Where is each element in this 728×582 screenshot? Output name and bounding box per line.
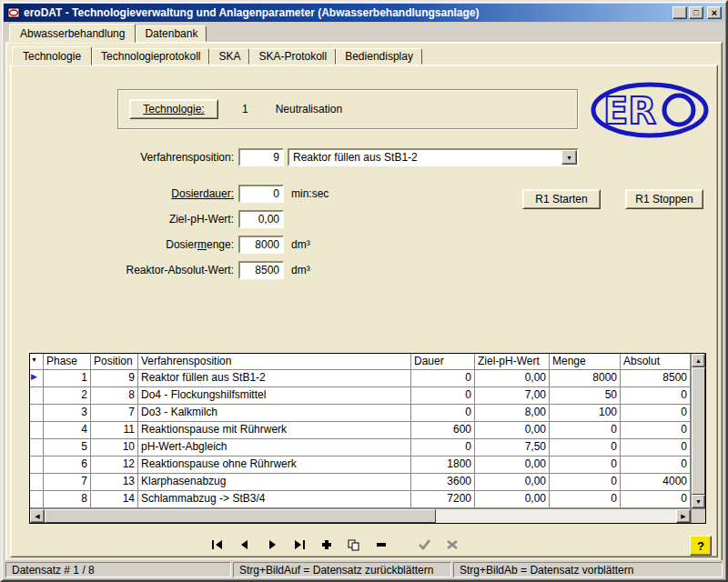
cell-phase[interactable]: 2 bbox=[44, 387, 91, 405]
cell-dauer[interactable]: 600 bbox=[411, 422, 475, 439]
cell-ziel-ph[interactable]: 7,50 bbox=[475, 439, 550, 457]
copy-record-button[interactable] bbox=[342, 537, 366, 553]
app-icon[interactable] bbox=[7, 6, 20, 19]
cell-absolut[interactable]: 0 bbox=[621, 422, 691, 439]
cell-absolut[interactable]: 0 bbox=[621, 387, 691, 405]
verfahrensposition-input[interactable]: 9 bbox=[238, 148, 284, 166]
cell-dauer[interactable]: 0 bbox=[411, 370, 475, 387]
cell-verfahrensposition[interactable]: Reaktor füllen aus StB1-2 bbox=[138, 370, 411, 387]
help-button[interactable]: ? bbox=[690, 536, 712, 556]
cell-menge[interactable]: 8000 bbox=[550, 370, 621, 387]
grid-vertical-scrollbar[interactable]: ▲ ▼ bbox=[691, 354, 705, 508]
combo-selected-value[interactable]: Reaktor füllen aus StB1-2 bbox=[289, 150, 561, 165]
cell-verfahrensposition[interactable]: Reaktionspause mit Rührwerk bbox=[138, 422, 411, 439]
scroll-left-button[interactable]: ◀ bbox=[30, 509, 45, 523]
row-selector[interactable] bbox=[30, 405, 44, 422]
cell-verfahrensposition[interactable]: Do3 - Kalkmilch bbox=[138, 405, 411, 422]
dosiermenge-input[interactable]: 8000 bbox=[238, 236, 284, 254]
cell-absolut[interactable]: 0 bbox=[621, 439, 691, 457]
maximize-button[interactable]: □ bbox=[689, 6, 703, 19]
prior-record-button[interactable] bbox=[233, 537, 257, 553]
last-record-button[interactable] bbox=[288, 537, 311, 553]
cell-menge[interactable]: 0 bbox=[550, 474, 621, 491]
tab-abwasserbehandlung[interactable]: Abwasserbehandlung bbox=[9, 24, 136, 43]
cell-menge[interactable]: 100 bbox=[550, 405, 621, 422]
close-button[interactable]: × bbox=[707, 6, 722, 19]
cell-position[interactable]: 12 bbox=[91, 457, 138, 474]
next-record-button[interactable] bbox=[260, 537, 284, 553]
column-header-position[interactable]: Position bbox=[91, 354, 138, 370]
row-selector[interactable] bbox=[30, 439, 44, 457]
cell-ziel-ph[interactable]: 0,00 bbox=[475, 370, 550, 387]
cell-menge[interactable]: 0 bbox=[550, 491, 621, 508]
cell-ziel-ph[interactable]: 0,00 bbox=[475, 474, 550, 491]
technologie-button[interactable]: Technologie: bbox=[129, 99, 218, 119]
table-row[interactable]: 5 10 pH-Wert-Abgleich 0 7,50 0 0 bbox=[30, 439, 691, 457]
cell-dauer[interactable]: 0 bbox=[411, 405, 475, 422]
cell-verfahrensposition[interactable]: Schlammabzug -> StB3/4 bbox=[138, 491, 411, 508]
verfahrensposition-combo[interactable]: Reaktor füllen aus StB1-2 ▼ bbox=[288, 148, 579, 166]
post-edit-button[interactable] bbox=[413, 537, 437, 553]
cell-phase[interactable]: 4 bbox=[44, 422, 91, 439]
row-selector[interactable] bbox=[30, 422, 44, 439]
row-selector[interactable] bbox=[30, 387, 44, 405]
tab-technologie[interactable]: Technologie bbox=[12, 46, 92, 65]
column-header-dauer[interactable]: Dauer bbox=[411, 354, 475, 370]
cell-dauer[interactable]: 0 bbox=[411, 439, 475, 457]
cell-verfahrensposition[interactable]: pH-Wert-Abgleich bbox=[138, 439, 411, 457]
cell-ziel-ph[interactable]: 0,00 bbox=[475, 491, 550, 508]
cell-position[interactable]: 8 bbox=[91, 387, 138, 405]
dosierdauer-input[interactable]: 0 bbox=[238, 185, 284, 203]
reaktor-absolut-input[interactable]: 8500 bbox=[238, 261, 284, 279]
cell-phase[interactable]: 5 bbox=[44, 439, 91, 457]
cell-dauer[interactable]: 3600 bbox=[411, 474, 475, 491]
column-header-phase[interactable]: Phase bbox=[44, 354, 91, 370]
cell-dauer[interactable]: 1800 bbox=[411, 457, 475, 474]
cell-verfahrensposition[interactable]: Do4 - Flockungshilfsmittel bbox=[138, 387, 411, 405]
cell-dauer[interactable]: 7200 bbox=[411, 491, 475, 508]
cell-phase[interactable]: 1 bbox=[44, 370, 91, 387]
cell-phase[interactable]: 8 bbox=[44, 491, 91, 508]
table-row[interactable]: 4 11 Reaktionspause mit Rührwerk 600 0,0… bbox=[30, 422, 691, 439]
vertical-scroll-thumb[interactable] bbox=[692, 367, 705, 495]
cell-verfahrensposition[interactable]: Klarphasenabzug bbox=[138, 474, 411, 491]
delete-record-button[interactable] bbox=[369, 537, 393, 553]
table-row[interactable]: 7 13 Klarphasenabzug 3600 0,00 0 4000 bbox=[30, 474, 691, 491]
cell-menge[interactable]: 0 bbox=[550, 439, 621, 457]
cell-ziel-ph[interactable]: 0,00 bbox=[475, 422, 550, 439]
horizontal-scroll-thumb[interactable] bbox=[45, 509, 436, 523]
cell-ziel-ph[interactable]: 8,00 bbox=[475, 405, 550, 422]
cell-absolut[interactable]: 0 bbox=[621, 457, 691, 474]
cell-position[interactable]: 10 bbox=[91, 439, 138, 457]
tab-ska-protokoll[interactable]: SKA-Protokoll bbox=[249, 48, 336, 65]
column-header-menge[interactable]: Menge bbox=[550, 354, 621, 370]
scroll-down-button[interactable]: ▼ bbox=[692, 495, 705, 508]
column-header-verfahrensposition[interactable]: Verfahrensposition bbox=[138, 354, 411, 370]
insert-record-button[interactable] bbox=[315, 537, 339, 553]
cell-phase[interactable]: 7 bbox=[44, 474, 91, 491]
tab-ska[interactable]: SKA bbox=[209, 48, 249, 65]
cell-ziel-ph[interactable]: 0,00 bbox=[475, 457, 550, 474]
cell-ziel-ph[interactable]: 7,00 bbox=[475, 387, 550, 405]
cell-menge[interactable]: 0 bbox=[550, 457, 621, 474]
ziel-ph-input[interactable]: 0,00 bbox=[238, 210, 284, 228]
cell-menge[interactable]: 50 bbox=[550, 387, 621, 405]
table-row[interactable]: 6 12 Reaktionspause ohne Rührwerk 1800 0… bbox=[30, 457, 691, 474]
table-row[interactable]: 3 7 Do3 - Kalkmilch 0 8,00 100 0 bbox=[30, 405, 691, 422]
cell-absolut[interactable]: 0 bbox=[621, 491, 691, 508]
r1-starten-button[interactable]: R1 Starten bbox=[522, 189, 601, 209]
cell-absolut[interactable]: 8500 bbox=[621, 370, 691, 387]
cell-dauer[interactable]: 0 bbox=[411, 387, 475, 405]
cell-position[interactable]: 7 bbox=[91, 405, 138, 422]
grid-horizontal-scrollbar[interactable]: ◀ ▶ bbox=[30, 509, 691, 523]
cell-position[interactable]: 9 bbox=[91, 370, 138, 387]
cell-position[interactable]: 11 bbox=[91, 422, 138, 439]
row-selector[interactable] bbox=[30, 457, 44, 474]
combo-dropdown-button[interactable]: ▼ bbox=[561, 150, 577, 165]
row-selector[interactable]: ▶ bbox=[30, 370, 44, 387]
cancel-edit-button[interactable] bbox=[440, 537, 464, 553]
cell-menge[interactable]: 0 bbox=[550, 422, 621, 439]
cell-phase[interactable]: 3 bbox=[44, 405, 91, 422]
tab-bediendisplay[interactable]: Bediendisplay bbox=[336, 48, 422, 65]
titlebar[interactable]: eroDAT - Technologieverwaltung und Anlag… bbox=[4, 4, 724, 22]
